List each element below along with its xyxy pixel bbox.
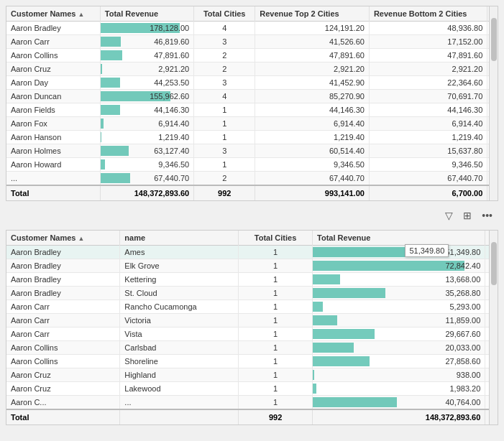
footer-label-t1: Total bbox=[6, 185, 100, 200]
table2: Customer Names ▲ name Total Cities Total… bbox=[6, 231, 498, 424]
t1-revenue: 1,219.40 bbox=[100, 131, 193, 144]
table2-row[interactable]: Aaron Carr Vista 1 29,667.60 bbox=[6, 328, 498, 341]
table2-row[interactable]: Aaron Bradley Elk Grove 1 72,842.40 bbox=[6, 259, 498, 273]
t2-city-name: ... bbox=[120, 396, 239, 410]
t1-revenue: 2,921.20 bbox=[100, 62, 193, 76]
col-header-revenue-top2[interactable]: Revenue Top 2 Cities bbox=[255, 6, 370, 22]
t1-top2: 67,440.70 bbox=[255, 172, 370, 186]
table2-row[interactable]: Aaron Collins Shoreline 1 27,858.60 bbox=[6, 355, 498, 368]
t2-city-name: St. Cloud bbox=[120, 287, 239, 300]
t2-customer-name: Aaron Cruz bbox=[6, 368, 120, 382]
col2-header-customer-names[interactable]: Customer Names ▲ bbox=[6, 231, 120, 246]
t2-city-name: Highland bbox=[120, 368, 239, 382]
table2-row[interactable]: Aaron Bradley Kettering 1 13,668.00 bbox=[6, 273, 498, 287]
t2-revenue-value: 1,983.20 bbox=[317, 384, 480, 393]
t2-city-name: Shoreline bbox=[120, 355, 239, 368]
t2-cities: 1 bbox=[239, 341, 313, 355]
t1-revenue-value: 9,346.50 bbox=[105, 160, 189, 169]
table1-row[interactable]: Aaron Bradley 178,128.00 4 124,191.20 48… bbox=[6, 22, 498, 35]
t2-city-name: Lakewood bbox=[120, 382, 239, 396]
table2-row[interactable]: Aaron Cruz Highland 1 938.00 bbox=[6, 368, 498, 382]
t1-customer-name: Aaron Fields bbox=[6, 103, 100, 117]
table2-row[interactable]: Aaron Carr Victoria 1 11,859.00 bbox=[6, 314, 498, 328]
t2-cities: 1 bbox=[239, 246, 313, 259]
t2-revenue: 29,667.60 bbox=[313, 328, 485, 341]
filter-icon[interactable]: ▽ bbox=[442, 208, 456, 223]
footer-bot2-t1: 6,700.00 bbox=[369, 185, 487, 200]
t2-city-name: Ames bbox=[120, 246, 239, 259]
t1-customer-name: ... bbox=[6, 172, 100, 186]
table1-row[interactable]: Aaron Hanson 1,219.40 1 1,219.40 1,219.4… bbox=[6, 131, 498, 144]
t2-revenue-value: 11,859.00 bbox=[317, 316, 480, 325]
footer-top2-t1: 993,141.00 bbox=[255, 185, 370, 200]
table2-row[interactable]: Aaron Bradley St. Cloud 1 35,268.80 bbox=[6, 287, 498, 300]
col-header-total-cities[interactable]: Total Cities bbox=[194, 6, 255, 22]
table2-wrapper: Customer Names ▲ name Total Cities Total… bbox=[6, 231, 498, 424]
t1-customer-name: Aaron Carr bbox=[6, 35, 100, 49]
t2-customer-name: Aaron Carr bbox=[6, 328, 120, 341]
table1: Customer Names ▲ Total Revenue Total Cit… bbox=[6, 6, 498, 200]
col-header-total-revenue[interactable]: Total Revenue bbox=[100, 6, 193, 22]
table1-row[interactable]: Aaron Fox 6,914.40 1 6,914.40 6,914.40 bbox=[6, 117, 498, 131]
export-icon[interactable]: ⊞ bbox=[460, 208, 475, 223]
col-header-customer-names[interactable]: Customer Names ▲ bbox=[6, 6, 100, 22]
table1-scrollbar[interactable] bbox=[489, 6, 498, 200]
t1-revenue: 44,146.30 bbox=[100, 103, 193, 117]
table1-row[interactable]: Aaron Fields 44,146.30 1 44,146.30 44,14… bbox=[6, 103, 498, 117]
col2-header-name[interactable]: name bbox=[120, 231, 239, 246]
t1-revenue-value: 67,440.70 bbox=[105, 174, 189, 182]
table1-row[interactable]: Aaron Carr 46,819.60 3 41,526.60 17,152.… bbox=[6, 35, 498, 49]
table2-row[interactable]: Aaron Bradley Ames 1 51,349.80 51,349.80 bbox=[6, 246, 498, 259]
t1-cities: 2 bbox=[194, 49, 255, 62]
t2-revenue-value: 27,858.60 bbox=[317, 357, 480, 366]
t1-revenue-value: 44,146.30 bbox=[105, 106, 189, 114]
t2-customer-name: Aaron Carr bbox=[6, 300, 120, 314]
t2-revenue: 20,033.00 bbox=[313, 341, 485, 355]
table2-scroll-thumb[interactable] bbox=[491, 242, 497, 285]
table2-row[interactable]: Aaron Cruz Lakewood 1 1,983.20 bbox=[6, 382, 498, 396]
t2-city-name: Carlsbad bbox=[120, 341, 239, 355]
table2-row[interactable]: Aaron C... ... 1 40,764.00 bbox=[6, 396, 498, 410]
table1-row[interactable]: Aaron Holmes 63,127.40 3 60,514.40 15,63… bbox=[6, 144, 498, 158]
t1-revenue: 9,346.50 bbox=[100, 158, 193, 172]
t1-cities: 2 bbox=[194, 172, 255, 186]
t2-cities: 1 bbox=[239, 314, 313, 328]
t1-revenue: 155,962.60 bbox=[100, 90, 193, 103]
table1-scroll-thumb[interactable] bbox=[491, 18, 497, 61]
t2-customer-name: Aaron Bradley bbox=[6, 246, 120, 259]
t1-top2: 41,452.90 bbox=[255, 76, 370, 90]
toolbar: ▽ ⊞ ••• bbox=[6, 207, 498, 224]
table1-row[interactable]: ... 67,440.70 2 67,440.70 67,440.70 bbox=[6, 172, 498, 186]
t1-bot2: 17,152.00 bbox=[369, 35, 487, 49]
t1-top2: 41,526.60 bbox=[255, 35, 370, 49]
col2-header-total-cities[interactable]: Total Cities bbox=[239, 231, 313, 246]
table2-scrollbar[interactable] bbox=[489, 231, 498, 424]
table1-row[interactable]: Aaron Cruz 2,921.20 2 2,921.20 2,921.20 bbox=[6, 62, 498, 76]
table2-row[interactable]: Aaron Collins Carlsbad 1 20,033.00 bbox=[6, 341, 498, 355]
more-icon[interactable]: ••• bbox=[479, 208, 495, 223]
table1-row[interactable]: Aaron Day 44,253.50 3 41,452.90 22,364.6… bbox=[6, 76, 498, 90]
t1-bot2: 9,346.50 bbox=[369, 158, 487, 172]
t1-top2: 9,346.50 bbox=[255, 158, 370, 172]
col2-header-total-revenue[interactable]: Total Revenue bbox=[313, 231, 485, 246]
t1-customer-name: Aaron Fox bbox=[6, 117, 100, 131]
t2-customer-name: Aaron Carr bbox=[6, 314, 120, 328]
table1-row[interactable]: Aaron Howard 9,346.50 1 9,346.50 9,346.5… bbox=[6, 158, 498, 172]
t2-revenue: 938.00 bbox=[313, 368, 485, 382]
t1-cities: 3 bbox=[194, 76, 255, 90]
t1-revenue-value: 47,891.60 bbox=[105, 51, 189, 60]
table1-row[interactable]: Aaron Collins 47,891.60 2 47,891.60 47,8… bbox=[6, 49, 498, 62]
t1-top2: 6,914.40 bbox=[255, 117, 370, 131]
table2-body: Aaron Bradley Ames 1 51,349.80 51,349.80… bbox=[6, 246, 498, 410]
t2-customer-name: Aaron Cruz bbox=[6, 382, 120, 396]
table1-row[interactable]: Aaron Duncan 155,962.60 4 85,270.90 70,6… bbox=[6, 90, 498, 103]
t2-revenue: 72,842.40 bbox=[313, 259, 485, 273]
t1-revenue-value: 63,127.40 bbox=[105, 147, 189, 155]
t1-customer-name: Aaron Day bbox=[6, 76, 100, 90]
col-header-revenue-bot2[interactable]: Revenue Bottom 2 Cities bbox=[369, 6, 487, 22]
footer-name-t2 bbox=[120, 409, 239, 424]
t2-revenue: 40,764.00 bbox=[313, 396, 485, 410]
t1-revenue-value: 46,819.60 bbox=[105, 37, 189, 46]
table2-row[interactable]: Aaron Carr Rancho Cucamonga 1 5,293.00 bbox=[6, 300, 498, 314]
t1-bot2: 22,364.60 bbox=[369, 76, 487, 90]
